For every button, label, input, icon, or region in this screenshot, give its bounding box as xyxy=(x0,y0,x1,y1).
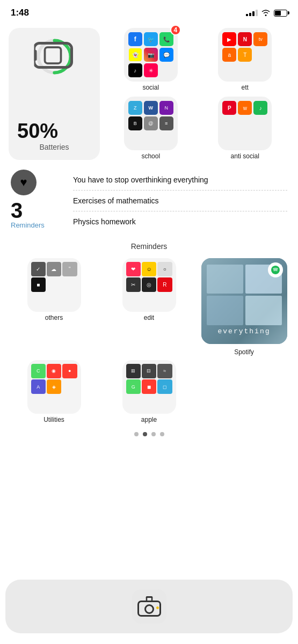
wifi-icon xyxy=(261,9,271,18)
app-icon-a1: ⊞ xyxy=(126,364,141,378)
dock xyxy=(5,580,293,633)
folder-utilities-icons: C ◉ ● A ◈ xyxy=(27,360,81,414)
app-icon-cloud: ☁ xyxy=(47,262,61,276)
folder-utilities-label: Utilities xyxy=(43,416,64,423)
bottom-folders: ✓ ☁ " ■ others ❤ ☺ ○ ✂ ◎ R edit xyxy=(9,258,289,356)
app-icon-f5 xyxy=(238,132,252,146)
spotify-widget[interactable]: everything xyxy=(201,258,287,344)
battery-icon xyxy=(274,10,287,17)
svg-rect-3 xyxy=(34,50,37,61)
page-dot-4[interactable] xyxy=(160,432,164,436)
app-icon-e1 xyxy=(128,132,142,146)
app-icon-f2 xyxy=(238,116,252,130)
app-icon-remind: @ xyxy=(144,116,158,130)
signal-icon xyxy=(246,10,258,16)
app-icon-a6: ◻ xyxy=(157,379,172,394)
status-bar: 1:48 xyxy=(0,0,298,24)
app-icon-f3 xyxy=(253,116,267,130)
app-icon-a2: ⊟ xyxy=(142,364,156,378)
folder-others[interactable]: ✓ ☁ " ■ others xyxy=(9,258,99,356)
app-icon-snapchat: 👻 xyxy=(128,48,142,62)
app-icon-spotify-sm: ♪ xyxy=(253,101,267,115)
reminders-app-label: Reminders xyxy=(9,242,289,251)
window-pane-1 xyxy=(207,265,243,294)
app-icon-pinterest: P xyxy=(222,101,236,115)
page-dot-1[interactable] xyxy=(134,432,139,436)
app-icon-zoom: Z xyxy=(128,101,142,115)
app-icon-empty5 xyxy=(253,63,267,77)
app-icon-e2 xyxy=(144,132,158,146)
app-icon-facebook: f xyxy=(128,32,142,46)
folder-apple[interactable]: ⊞ ⊟ ≈ G ◼ ◻ apple xyxy=(104,360,194,423)
app-icon-black1: ■ xyxy=(31,277,46,292)
app-icon-oe1 xyxy=(47,277,61,292)
spotify-widget-container[interactable]: everything Spotify xyxy=(199,258,289,356)
page-dot-2[interactable] xyxy=(143,432,147,436)
page-dot-3[interactable] xyxy=(151,432,156,436)
battery-circle xyxy=(34,36,75,77)
app-icon-oe2 xyxy=(62,277,77,292)
app-icon-empty3 xyxy=(222,63,236,77)
app-icon-twitch: tv xyxy=(253,32,267,46)
battery-phone-icon xyxy=(34,35,75,78)
top-row: 50% Batteries 4 f 🐦 📞 👻 📷 💬 ♪ ✳ xyxy=(9,28,289,160)
reminders-count-label: Reminders xyxy=(11,221,45,229)
app-icon-f4 xyxy=(222,132,236,146)
folder-school-label: school xyxy=(141,152,160,160)
app-icon-tasks: ✓ xyxy=(31,262,46,276)
camera-icon xyxy=(137,596,161,617)
folder-school[interactable]: Z W N B @ ≡ school xyxy=(106,97,195,160)
app-icon-word: W xyxy=(144,101,158,115)
reminders-count-section: ♥ 3 Reminders xyxy=(11,170,64,232)
app-icon-f6 xyxy=(253,132,267,146)
app-icon-empty xyxy=(159,63,173,77)
svg-point-5 xyxy=(271,266,280,274)
folder-social-icons: 4 f 🐦 📞 👻 📷 💬 ♪ ✳ xyxy=(124,28,178,82)
folder-ett[interactable]: ▶ N tv a T ett xyxy=(201,28,290,91)
window-pane-3 xyxy=(207,296,243,325)
heart-icon: ♥ xyxy=(11,170,37,195)
spotify-background: everything xyxy=(201,258,287,344)
reminder-item-2[interactable]: Exercises of mathematics xyxy=(73,191,287,211)
app-icon-whatsapp: 📞 xyxy=(159,32,173,46)
folder-edit-icons: ❤ ☺ ○ ✂ ◎ R xyxy=(122,258,176,312)
folder-apple-label: apple xyxy=(141,416,157,423)
app-icon-netflix: N xyxy=(238,32,252,46)
folder-anti-social-label: anti social xyxy=(231,152,259,160)
folder-anti-social[interactable]: P w ♪ anti social xyxy=(201,97,290,160)
folder-edit-label: edit xyxy=(144,314,154,321)
app-icon-twitter: 🐦 xyxy=(144,32,158,46)
app-icon-round: ○ xyxy=(157,262,172,276)
status-time: 1:48 xyxy=(11,8,29,18)
spotify-label: Spotify xyxy=(234,348,254,356)
app-icon-auth: A xyxy=(31,379,46,394)
camera-app[interactable] xyxy=(132,589,166,624)
battery-widget[interactable]: 50% Batteries xyxy=(9,28,100,160)
reminders-widget[interactable]: ♥ 3 Reminders You have to stop overthink… xyxy=(9,170,289,232)
page-dots xyxy=(9,432,289,436)
reminders-count: 3 xyxy=(11,200,23,221)
app-icon-empty2 xyxy=(253,48,267,62)
app-icon-store: ◈ xyxy=(47,379,61,394)
folder-edit[interactable]: ❤ ☺ ○ ✂ ◎ R edit xyxy=(104,258,194,356)
app-icon-tt2: T xyxy=(238,48,252,62)
folder-social-label: social xyxy=(142,84,159,91)
folder-social[interactable]: 4 f 🐦 📞 👻 📷 💬 ♪ ✳ social xyxy=(106,28,195,91)
folder-anti-social-icons: P w ♪ xyxy=(218,97,272,150)
reminder-item-1[interactable]: You have to stop overthinking everything xyxy=(73,170,287,191)
app-icon-lens: ◎ xyxy=(142,277,156,292)
app-icon-messenger: 💬 xyxy=(159,48,173,62)
reminder-item-3[interactable]: Physics homework xyxy=(73,211,287,232)
app-icon-clips: ● xyxy=(62,364,77,378)
bottom-spacer xyxy=(199,360,289,423)
app-icon-notes: " xyxy=(62,262,77,276)
app-icon-misc: ✳ xyxy=(144,63,158,77)
app-icon-cut: ✂ xyxy=(126,277,141,292)
app-icon-instagram: 📷 xyxy=(144,48,158,62)
app-icon-youtube: ▶ xyxy=(222,32,236,46)
app-icon-tiktok: ♪ xyxy=(128,63,142,77)
app-icon-wattpad: w xyxy=(238,101,252,115)
app-icon-emoji: ☺ xyxy=(142,262,156,276)
folder-utilities[interactable]: C ◉ ● A ◈ Utilities xyxy=(9,360,99,423)
folder-apple-icons: ⊞ ⊟ ≈ G ◼ ◻ xyxy=(122,360,176,414)
